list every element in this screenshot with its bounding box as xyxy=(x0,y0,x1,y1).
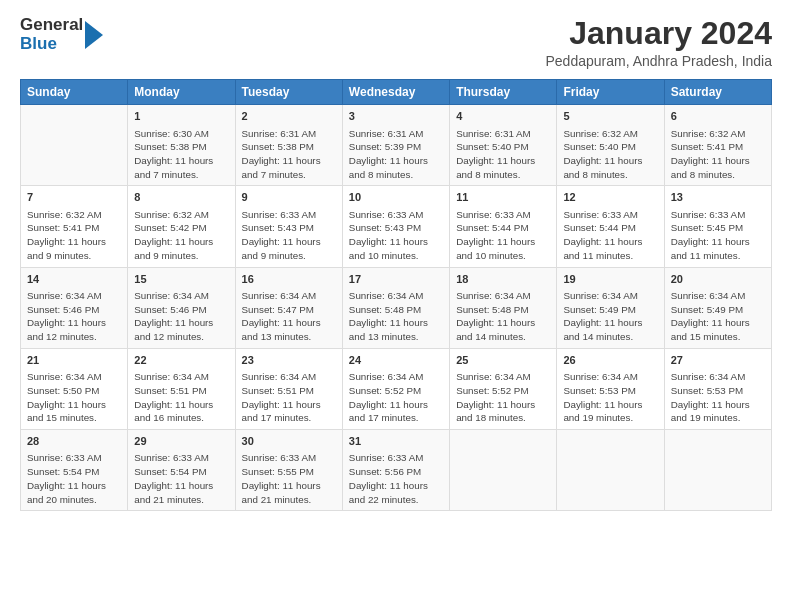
day-number: 26 xyxy=(563,353,657,368)
day-number: 11 xyxy=(456,190,550,205)
calendar-cell: 26 Sunrise: 6:34 AMSunset: 5:53 PMDaylig… xyxy=(557,348,664,429)
day-info: Sunrise: 6:33 AMSunset: 5:55 PMDaylight:… xyxy=(242,451,336,506)
day-number: 18 xyxy=(456,272,550,287)
day-number: 24 xyxy=(349,353,443,368)
day-info: Sunrise: 6:32 AMSunset: 5:41 PMDaylight:… xyxy=(671,127,765,182)
calendar-cell: 19 Sunrise: 6:34 AMSunset: 5:49 PMDaylig… xyxy=(557,267,664,348)
day-info: Sunrise: 6:34 AMSunset: 5:50 PMDaylight:… xyxy=(27,370,121,425)
month-title: January 2024 xyxy=(546,16,773,51)
day-number: 9 xyxy=(242,190,336,205)
day-number: 27 xyxy=(671,353,765,368)
calendar-cell: 20 Sunrise: 6:34 AMSunset: 5:49 PMDaylig… xyxy=(664,267,771,348)
day-number: 4 xyxy=(456,109,550,124)
day-info: Sunrise: 6:34 AMSunset: 5:51 PMDaylight:… xyxy=(242,370,336,425)
day-number: 3 xyxy=(349,109,443,124)
day-number: 16 xyxy=(242,272,336,287)
day-info: Sunrise: 6:33 AMSunset: 5:44 PMDaylight:… xyxy=(456,208,550,263)
calendar-cell: 10 Sunrise: 6:33 AMSunset: 5:43 PMDaylig… xyxy=(342,186,449,267)
table-row: 14 Sunrise: 6:34 AMSunset: 5:46 PMDaylig… xyxy=(21,267,772,348)
day-info: Sunrise: 6:32 AMSunset: 5:40 PMDaylight:… xyxy=(563,127,657,182)
day-info: Sunrise: 6:33 AMSunset: 5:44 PMDaylight:… xyxy=(563,208,657,263)
day-info: Sunrise: 6:34 AMSunset: 5:49 PMDaylight:… xyxy=(563,289,657,344)
day-info: Sunrise: 6:34 AMSunset: 5:52 PMDaylight:… xyxy=(456,370,550,425)
day-number: 22 xyxy=(134,353,228,368)
day-number: 19 xyxy=(563,272,657,287)
day-number: 2 xyxy=(242,109,336,124)
calendar-cell: 17 Sunrise: 6:34 AMSunset: 5:48 PMDaylig… xyxy=(342,267,449,348)
day-info: Sunrise: 6:34 AMSunset: 5:51 PMDaylight:… xyxy=(134,370,228,425)
calendar-cell: 24 Sunrise: 6:34 AMSunset: 5:52 PMDaylig… xyxy=(342,348,449,429)
col-saturday: Saturday xyxy=(664,80,771,105)
calendar-cell: 3 Sunrise: 6:31 AMSunset: 5:39 PMDayligh… xyxy=(342,105,449,186)
calendar-table: Sunday Monday Tuesday Wednesday Thursday… xyxy=(20,79,772,511)
calendar-cell: 27 Sunrise: 6:34 AMSunset: 5:53 PMDaylig… xyxy=(664,348,771,429)
day-number: 10 xyxy=(349,190,443,205)
col-thursday: Thursday xyxy=(450,80,557,105)
day-number: 7 xyxy=(27,190,121,205)
day-info: Sunrise: 6:34 AMSunset: 5:52 PMDaylight:… xyxy=(349,370,443,425)
svg-marker-0 xyxy=(85,21,103,49)
day-number: 8 xyxy=(134,190,228,205)
calendar-cell: 7 Sunrise: 6:32 AMSunset: 5:41 PMDayligh… xyxy=(21,186,128,267)
day-info: Sunrise: 6:32 AMSunset: 5:41 PMDaylight:… xyxy=(27,208,121,263)
day-number: 23 xyxy=(242,353,336,368)
day-number: 15 xyxy=(134,272,228,287)
day-number: 21 xyxy=(27,353,121,368)
table-row: 28 Sunrise: 6:33 AMSunset: 5:54 PMDaylig… xyxy=(21,430,772,511)
calendar-cell: 9 Sunrise: 6:33 AMSunset: 5:43 PMDayligh… xyxy=(235,186,342,267)
day-info: Sunrise: 6:30 AMSunset: 5:38 PMDaylight:… xyxy=(134,127,228,182)
logo-chevron-icon xyxy=(85,21,103,49)
calendar-cell: 28 Sunrise: 6:33 AMSunset: 5:54 PMDaylig… xyxy=(21,430,128,511)
calendar-cell xyxy=(21,105,128,186)
calendar-cell: 11 Sunrise: 6:33 AMSunset: 5:44 PMDaylig… xyxy=(450,186,557,267)
day-number: 12 xyxy=(563,190,657,205)
calendar-cell: 5 Sunrise: 6:32 AMSunset: 5:40 PMDayligh… xyxy=(557,105,664,186)
calendar-cell: 15 Sunrise: 6:34 AMSunset: 5:46 PMDaylig… xyxy=(128,267,235,348)
col-monday: Monday xyxy=(128,80,235,105)
day-info: Sunrise: 6:34 AMSunset: 5:46 PMDaylight:… xyxy=(134,289,228,344)
calendar-cell: 8 Sunrise: 6:32 AMSunset: 5:42 PMDayligh… xyxy=(128,186,235,267)
day-info: Sunrise: 6:33 AMSunset: 5:54 PMDaylight:… xyxy=(27,451,121,506)
day-info: Sunrise: 6:31 AMSunset: 5:38 PMDaylight:… xyxy=(242,127,336,182)
day-info: Sunrise: 6:31 AMSunset: 5:40 PMDaylight:… xyxy=(456,127,550,182)
col-tuesday: Tuesday xyxy=(235,80,342,105)
calendar-cell: 31 Sunrise: 6:33 AMSunset: 5:56 PMDaylig… xyxy=(342,430,449,511)
day-number: 1 xyxy=(134,109,228,124)
title-section: January 2024 Peddapuram, Andhra Pradesh,… xyxy=(546,16,773,69)
calendar-cell xyxy=(450,430,557,511)
calendar-cell xyxy=(557,430,664,511)
day-info: Sunrise: 6:33 AMSunset: 5:54 PMDaylight:… xyxy=(134,451,228,506)
day-number: 17 xyxy=(349,272,443,287)
day-info: Sunrise: 6:34 AMSunset: 5:53 PMDaylight:… xyxy=(671,370,765,425)
calendar-cell: 23 Sunrise: 6:34 AMSunset: 5:51 PMDaylig… xyxy=(235,348,342,429)
day-info: Sunrise: 6:31 AMSunset: 5:39 PMDaylight:… xyxy=(349,127,443,182)
calendar-cell: 4 Sunrise: 6:31 AMSunset: 5:40 PMDayligh… xyxy=(450,105,557,186)
calendar-cell: 1 Sunrise: 6:30 AMSunset: 5:38 PMDayligh… xyxy=(128,105,235,186)
day-number: 30 xyxy=(242,434,336,449)
day-number: 14 xyxy=(27,272,121,287)
header-row: Sunday Monday Tuesday Wednesday Thursday… xyxy=(21,80,772,105)
calendar-cell: 18 Sunrise: 6:34 AMSunset: 5:48 PMDaylig… xyxy=(450,267,557,348)
calendar-cell: 30 Sunrise: 6:33 AMSunset: 5:55 PMDaylig… xyxy=(235,430,342,511)
day-info: Sunrise: 6:34 AMSunset: 5:47 PMDaylight:… xyxy=(242,289,336,344)
day-number: 25 xyxy=(456,353,550,368)
page: General Blue January 2024 Peddapuram, An… xyxy=(0,0,792,612)
table-row: 7 Sunrise: 6:32 AMSunset: 5:41 PMDayligh… xyxy=(21,186,772,267)
day-info: Sunrise: 6:34 AMSunset: 5:46 PMDaylight:… xyxy=(27,289,121,344)
calendar-cell: 29 Sunrise: 6:33 AMSunset: 5:54 PMDaylig… xyxy=(128,430,235,511)
day-info: Sunrise: 6:33 AMSunset: 5:43 PMDaylight:… xyxy=(349,208,443,263)
day-info: Sunrise: 6:33 AMSunset: 5:45 PMDaylight:… xyxy=(671,208,765,263)
calendar-cell: 13 Sunrise: 6:33 AMSunset: 5:45 PMDaylig… xyxy=(664,186,771,267)
col-sunday: Sunday xyxy=(21,80,128,105)
calendar-cell: 21 Sunrise: 6:34 AMSunset: 5:50 PMDaylig… xyxy=(21,348,128,429)
header: General Blue January 2024 Peddapuram, An… xyxy=(20,16,772,69)
col-wednesday: Wednesday xyxy=(342,80,449,105)
calendar-cell: 25 Sunrise: 6:34 AMSunset: 5:52 PMDaylig… xyxy=(450,348,557,429)
day-number: 13 xyxy=(671,190,765,205)
day-info: Sunrise: 6:33 AMSunset: 5:56 PMDaylight:… xyxy=(349,451,443,506)
calendar-cell: 12 Sunrise: 6:33 AMSunset: 5:44 PMDaylig… xyxy=(557,186,664,267)
day-info: Sunrise: 6:32 AMSunset: 5:42 PMDaylight:… xyxy=(134,208,228,263)
day-info: Sunrise: 6:34 AMSunset: 5:48 PMDaylight:… xyxy=(349,289,443,344)
day-info: Sunrise: 6:33 AMSunset: 5:43 PMDaylight:… xyxy=(242,208,336,263)
calendar-cell: 2 Sunrise: 6:31 AMSunset: 5:38 PMDayligh… xyxy=(235,105,342,186)
